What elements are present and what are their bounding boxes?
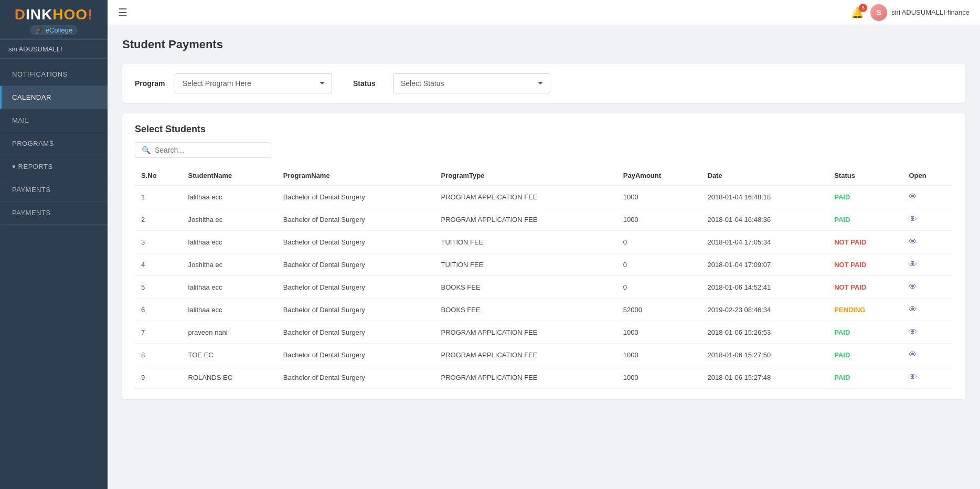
cell-student: Joshitha ec [182,253,277,276]
page-title: Student Payments [122,38,965,51]
cell-amount: 1000 [617,366,701,389]
logo-d: D [15,6,26,23]
cell-date: 2018-01-04 16:48:18 [701,185,828,208]
view-icon[interactable]: 👁 [909,282,917,291]
sidebar-item-calendar[interactable]: CALENDAR [0,86,108,109]
cell-sno: 4 [135,253,182,276]
cell-date: 2018-01-06 15:27:50 [701,344,828,366]
cell-sno: 9 [135,366,182,389]
cell-program: Bachelor of Dental Surgery [277,344,435,366]
cell-amount: 0 [617,231,701,253]
view-icon[interactable]: 👁 [909,373,917,381]
sidebar-logo: DINKHOO! 🎓 eCollege [0,0,108,40]
cell-student: Joshitha ec [182,208,277,231]
user-info: S siri ADUSUMALLI-finance [870,4,970,21]
search-icon: 🔍 [142,146,151,154]
ecollege-badge: 🎓 eCollege [30,25,78,35]
cell-program: Bachelor of Dental Surgery [277,208,435,231]
graduation-icon: 🎓 [35,26,44,34]
program-label: Program [135,79,166,88]
sidebar-item-payments2[interactable]: PAYMENTS [0,201,108,225]
table-row: 4 Joshitha ec Bachelor of Dental Surgery… [135,253,953,276]
search-box: 🔍 [135,142,271,158]
cell-amount: 1000 [617,185,701,208]
cell-type: PROGRAM APPLICATION FEE [435,321,617,344]
cell-date: 2018-01-04 17:09:07 [701,253,828,276]
hamburger-icon[interactable]: ☰ [118,6,127,19]
view-icon[interactable]: 👁 [909,237,917,246]
cell-amount: 52000 [617,299,701,321]
sidebar-user: siri ADUSUMALLI [0,40,108,59]
section-title: Select Students [135,124,953,135]
col-payamount: PayAmount [617,166,701,185]
cell-type: PROGRAM APPLICATION FEE [435,208,617,231]
cell-student: lalithaa ecc [182,299,277,321]
col-sno: S.No [135,166,182,185]
view-icon[interactable]: 👁 [909,327,917,336]
cell-type: PROGRAM APPLICATION FEE [435,366,617,389]
view-icon[interactable]: 👁 [909,305,917,314]
table-row: 9 ROLANDS EC Bachelor of Dental Surgery … [135,366,953,389]
content: Student Payments Program Select Program … [108,25,980,489]
table-row: 2 Joshitha ec Bachelor of Dental Surgery… [135,208,953,231]
avatar: S [870,4,887,21]
view-icon[interactable]: 👁 [909,350,917,359]
cell-open: 👁 [902,231,953,253]
topbar-right: 🔔 8 S siri ADUSUMALLI-finance [851,4,970,21]
topbar: ☰ 🔔 8 S siri ADUSUMALLI-finance [108,0,980,25]
cell-program: Bachelor of Dental Surgery [277,253,435,276]
cell-program: Bachelor of Dental Surgery [277,276,435,299]
cell-student: praveen nani [182,321,277,344]
sidebar-item-programs[interactable]: PROGRAMS [0,132,108,155]
cell-status: NOT PAID [828,253,902,276]
sidebar-item-mail[interactable]: MAIL [0,109,108,132]
user-label: siri ADUSUMALLI-finance [891,8,970,16]
sidebar-item-payments1[interactable]: PAYMENTS [0,178,108,201]
notification-icon[interactable]: 🔔 8 [851,6,864,19]
search-input[interactable] [155,146,264,154]
cell-date: 2018-01-06 14:52:41 [701,276,828,299]
cell-amount: 1000 [617,344,701,366]
view-icon[interactable]: 👁 [909,260,917,269]
view-icon[interactable]: 👁 [909,215,917,224]
cell-sno: 8 [135,344,182,366]
logo-hoo: HOO [52,6,88,23]
cell-type: PROGRAM APPLICATION FEE [435,185,617,208]
main-container: ☰ 🔔 8 S siri ADUSUMALLI-finance Student … [108,0,980,489]
cell-program: Bachelor of Dental Surgery [277,366,435,389]
notification-badge: 8 [859,4,867,12]
cell-status: NOT PAID [828,276,902,299]
sidebar-item-notifications[interactable]: NOTIFICATIONS [0,63,108,86]
logo: DINKHOO! [15,6,93,23]
table-row: 3 lalithaa ecc Bachelor of Dental Surger… [135,231,953,253]
cell-amount: 0 [617,276,701,299]
logo-exclaim: ! [88,6,93,23]
cell-open: 👁 [902,208,953,231]
cell-open: 👁 [902,366,953,389]
cell-status: PAID [828,321,902,344]
status-filter-group: Status Select Status [353,73,550,93]
program-select[interactable]: Select Program Here [175,73,332,93]
cell-type: BOOKS FEE [435,299,617,321]
cell-student: lalithaa ecc [182,231,277,253]
cell-sno: 1 [135,185,182,208]
cell-student: TOE EC [182,344,277,366]
table-row: 5 lalithaa ecc Bachelor of Dental Surger… [135,276,953,299]
cell-open: 👁 [902,253,953,276]
sidebar: DINKHOO! 🎓 eCollege siri ADUSUMALLI NOTI… [0,0,108,489]
cell-amount: 0 [617,253,701,276]
cell-amount: 1000 [617,321,701,344]
students-section: Select Students 🔍 S.No StudentName Progr… [122,113,965,399]
cell-open: 👁 [902,276,953,299]
cell-type: TUITION FEE [435,231,617,253]
cell-program: Bachelor of Dental Surgery [277,185,435,208]
cell-type: PROGRAM APPLICATION FEE [435,344,617,366]
view-icon[interactable]: 👁 [909,192,917,201]
cell-sno: 6 [135,299,182,321]
sidebar-item-reports[interactable]: ▾ REPORTS [0,155,108,178]
cell-date: 2018-01-04 17:05:34 [701,231,828,253]
status-select[interactable]: Select Status [393,73,550,93]
cell-sno: 3 [135,231,182,253]
cell-status: NOT PAID [828,231,902,253]
cell-program: Bachelor of Dental Surgery [277,321,435,344]
